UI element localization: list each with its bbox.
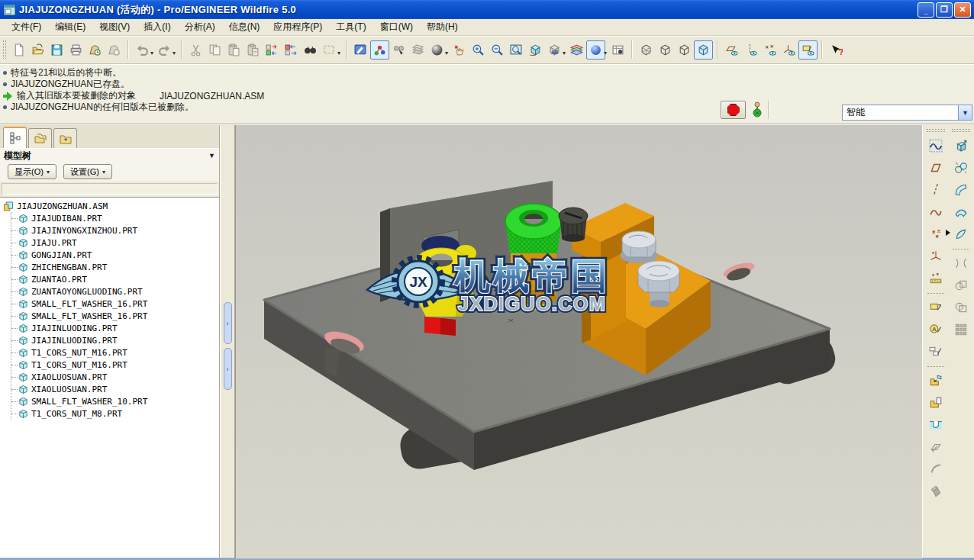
3d-scene[interactable]: JX 机械帝国 机械帝国 JXDIGUO.COM JXDIGUO.COM [236,125,921,558]
reorient-button[interactable] [526,40,545,60]
appearance-button[interactable] [586,40,605,60]
tab-folder-browser[interactable] [28,128,52,148]
paste-button[interactable] [224,40,244,60]
toolbar-drag-handle[interactable] [3,40,6,59]
tree-item[interactable]: JIAJUDIBAN.PRT [11,212,219,224]
refit-button[interactable] [507,40,526,60]
tree-item[interactable]: JIAJU.PRT [11,237,219,249]
clamp-screw[interactable] [559,208,588,242]
combo-dropdown-icon[interactable]: ▼ [958,105,972,120]
style-button[interactable] [950,224,972,244]
tree-item[interactable]: JIAJINYONGXINZHOU.PRT [11,224,219,237]
tree-item[interactable]: ZUANTAOYONGLUODING.PRT [11,285,219,298]
restore-button[interactable]: ❐ [936,2,953,18]
tree-item[interactable]: SMALL_FLT_WASHER_10.PRT [11,395,219,407]
tree-item[interactable]: SMALL_FLT_WASHER_16.PRT [11,310,219,322]
coordinate-system-button[interactable] [925,246,947,266]
trim-button[interactable] [950,253,972,273]
tree-root-item[interactable]: JIAJUZONGZHUAN.ASM [3,200,219,212]
tree-item[interactable]: T1_CORS_NUT_M16.PRT [11,346,219,359]
tree-item[interactable]: JIAJINLUODING.PRT [11,334,219,346]
intersect-button[interactable] [950,297,972,317]
menu-item[interactable]: 分析(A) [178,19,222,35]
tree-item[interactable]: ZUANTAO.PRT [11,273,219,285]
select-by-box-button[interactable] [320,40,339,60]
tree-item[interactable]: ZHICHENGBAN.PRT [11,261,219,273]
tree-item[interactable]: T1_CORS_NUT_M8.PRT [11,407,219,420]
render-dropdown-icon[interactable]: ▾ [445,50,448,56]
tree-panel-menu-icon[interactable]: ▼ [208,152,215,159]
erase-not-displayed-button[interactable] [85,40,105,60]
tree-item[interactable]: T1_CORS_NUT_M16.PRT [11,359,219,371]
sheet-bend-button[interactable] [925,481,947,501]
tree-item[interactable]: JIAJINLUODING.PRT [11,322,219,334]
view-manager-button[interactable] [608,40,627,60]
menu-item[interactable]: 信息(N) [222,19,267,35]
menu-item[interactable]: 应用程序(P) [266,19,329,35]
regenerate-manager-button[interactable] [282,40,301,60]
flexible-component-button[interactable] [925,436,947,457]
tree-item[interactable]: SMALL_FLT_WASHER_16.PRT [11,298,219,310]
zoom-in-button[interactable] [469,40,488,60]
geometric-tolerance-button[interactable]: A [925,319,947,340]
menu-item[interactable]: 插入(I) [137,19,177,35]
toolbar-drag-handle[interactable] [952,129,970,132]
menu-item[interactable]: 窗口(W) [373,19,420,35]
query-select-button[interactable] [389,40,408,60]
save-button[interactable] [47,40,66,60]
settings-button[interactable]: 设置(G)▾ [63,164,112,179]
hidden-line-button[interactable] [656,40,675,60]
menu-item[interactable]: 编辑(E) [48,19,92,35]
datum-axis-button[interactable] [925,179,947,200]
selection-filter-value[interactable]: 智能 [843,106,958,119]
datum-planes-toggle[interactable] [722,40,741,60]
annotations-toggle[interactable] [798,40,818,60]
selection-buffer-button[interactable] [370,40,389,60]
display-settings-button[interactable] [351,40,370,60]
flyout-arrow-icon[interactable] [946,230,953,236]
saved-views-button[interactable]: AB [545,40,564,60]
coordinate-systems-toggle[interactable] [779,40,798,60]
shaded-render-button[interactable] [427,40,447,60]
model-sheets-button[interactable] [408,40,427,60]
spin-center-button[interactable] [450,40,469,60]
show-button[interactable]: 显示(O)▾ [8,164,56,179]
hex-nut-upper[interactable] [620,231,658,263]
menu-item[interactable]: 文件(F) [5,19,48,35]
no-hidden-line-button[interactable] [675,40,694,60]
zoom-out-button[interactable] [488,40,507,60]
redo-dropdown-icon[interactable]: ▾ [173,50,176,56]
assemble-component-button[interactable] [925,370,947,391]
create-component-button[interactable] [925,392,947,413]
toolbar-drag-handle[interactable] [927,129,945,132]
menu-item[interactable]: 帮助(H) [420,19,465,35]
layers-button[interactable] [567,40,586,60]
copy-button[interactable] [205,40,224,60]
datum-point-button[interactable] [925,224,947,244]
extrude-button[interactable] [950,135,972,156]
note-flag-button[interactable] [925,341,947,362]
print-button[interactable] [66,40,85,60]
sweep-button[interactable] [950,179,972,200]
tab-model-tree[interactable] [3,127,27,148]
collapse-left-button[interactable]: ‹ [224,302,232,344]
revolve-button[interactable] [950,157,972,178]
offset-points-button[interactable] [925,268,947,288]
sketch-curve-button[interactable] [925,135,947,156]
appearance-dropdown-icon[interactable]: ▾ [604,50,607,56]
select-dropdown-icon[interactable]: ▾ [337,50,340,56]
selection-filter-combo[interactable]: 智能 ▼ [842,105,972,121]
datum-curve-button[interactable] [925,201,947,222]
3d-viewport[interactable]: JX 机械帝国 机械帝国 JXDIGUO.COM JXDIGUO.COM [235,125,922,558]
find-button[interactable] [301,40,320,60]
tree-item[interactable]: XIAOLUOSUAN.PRT [11,371,219,383]
boundary-blend-button[interactable] [950,201,972,222]
delete-old-versions-button[interactable] [105,40,124,60]
datum-points-toggle[interactable] [760,40,779,60]
datum-axes-toggle[interactable] [741,40,760,60]
panel-splitter[interactable]: ‹ › [220,125,235,558]
tree-item[interactable]: GONGJIAN.PRT [11,249,219,261]
menu-item[interactable]: 视图(V) [92,19,137,35]
close-button[interactable]: ✕ [954,2,971,18]
undo-button[interactable] [133,40,152,60]
